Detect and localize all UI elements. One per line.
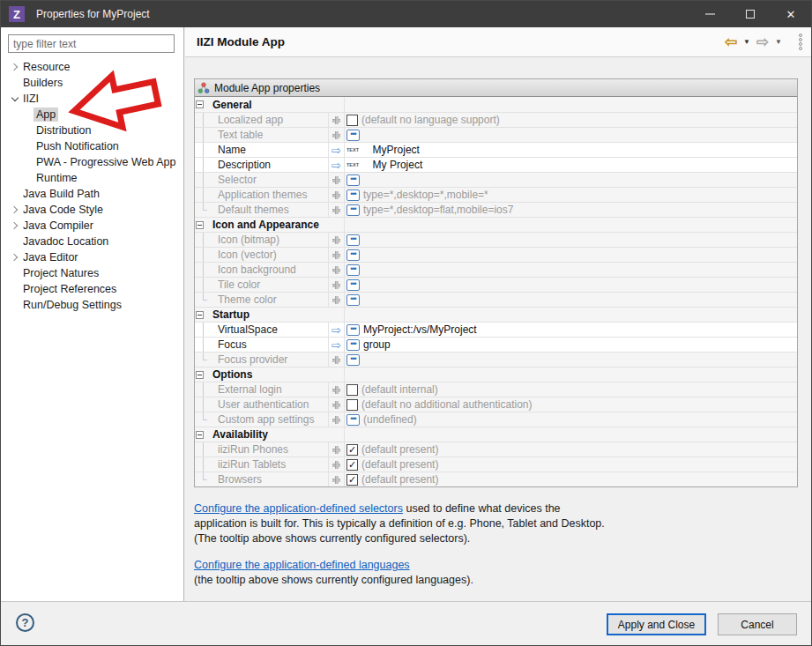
add-value-plus-icon[interactable] bbox=[332, 176, 340, 184]
ellipsis-button[interactable]: ••• bbox=[346, 414, 360, 426]
property-value[interactable]: My Project bbox=[373, 159, 423, 171]
maximize-button[interactable] bbox=[730, 1, 771, 27]
property-row-localized-app[interactable]: Localized app(default no language suppor… bbox=[195, 112, 797, 127]
view-menu-icon[interactable] bbox=[799, 33, 802, 50]
minimize-button[interactable] bbox=[689, 1, 730, 27]
value-checkbox[interactable] bbox=[346, 384, 358, 396]
set-value-arrow-icon[interactable]: ⇨ bbox=[332, 160, 341, 171]
add-value-plus-icon[interactable] bbox=[332, 251, 340, 259]
property-row-application-themes[interactable]: Application themes•••type=*,desktop=*,mo… bbox=[195, 187, 797, 202]
section-row-icon-and-appearance[interactable]: Icon and Appearance bbox=[195, 217, 797, 232]
property-row-external-login[interactable]: External login(default internal) bbox=[195, 382, 797, 397]
chevron-down-icon[interactable] bbox=[11, 94, 19, 101]
set-value-arrow-icon[interactable]: ⇨ bbox=[332, 324, 341, 336]
collapse-minus-icon[interactable] bbox=[196, 431, 204, 439]
sidebar-item-app[interactable]: App bbox=[1, 107, 183, 123]
property-row-icon-background[interactable]: Icon background••• bbox=[195, 262, 797, 277]
value-checkbox[interactable] bbox=[346, 399, 358, 411]
section-row-options[interactable]: Options bbox=[195, 367, 797, 382]
add-value-plus-icon[interactable] bbox=[332, 236, 340, 244]
section-row-startup[interactable]: Startup bbox=[195, 307, 797, 322]
property-row-browsers[interactable]: Browsers✓(default present) bbox=[195, 472, 797, 486]
property-row-icon-bitmap[interactable]: Icon (bitmap)••• bbox=[195, 232, 797, 247]
forward-arrow-icon[interactable]: ⇨ bbox=[756, 34, 769, 49]
back-dropdown-icon[interactable]: ▼ bbox=[743, 39, 750, 46]
add-value-plus-icon[interactable] bbox=[332, 461, 340, 469]
help-button[interactable]: ? bbox=[16, 613, 34, 632]
collapse-minus-icon[interactable] bbox=[196, 371, 204, 379]
property-row-description[interactable]: Description⇨TEXTMy Project bbox=[195, 157, 797, 172]
property-row-selector[interactable]: Selector••• bbox=[195, 172, 797, 187]
property-row-tile-color[interactable]: Tile color••• bbox=[195, 277, 797, 292]
add-value-plus-icon[interactable] bbox=[332, 446, 340, 454]
sidebar-item-iizi[interactable]: IIZI bbox=[1, 91, 183, 107]
apply-and-close-button[interactable]: Apply and Close bbox=[607, 613, 706, 635]
ellipsis-button[interactable]: ••• bbox=[346, 204, 360, 216]
chevron-right-icon[interactable] bbox=[11, 206, 18, 213]
property-value[interactable]: MyProject:/vs/MyProject bbox=[363, 323, 477, 336]
property-row-custom-app-settings[interactable]: Custom app settings•••(undefined) bbox=[195, 412, 797, 427]
sidebar-item-java-code-style[interactable]: Java Code Style bbox=[1, 202, 183, 218]
add-value-plus-icon[interactable] bbox=[332, 131, 340, 139]
sidebar-item-run-debug-settings[interactable]: Run/Debug Settings bbox=[1, 297, 183, 313]
property-row-user-authentication[interactable]: User authentication(default no additiona… bbox=[195, 397, 797, 412]
sidebar-item-push-notification[interactable]: Push Notification bbox=[1, 138, 183, 154]
sidebar-item-project-natures[interactable]: Project Natures bbox=[1, 265, 183, 281]
sidebar-item-java-editor[interactable]: Java Editor bbox=[1, 249, 183, 265]
ellipsis-button[interactable]: ••• bbox=[346, 324, 360, 336]
add-value-plus-icon[interactable] bbox=[332, 191, 340, 199]
property-row-text-table[interactable]: Text table••• bbox=[195, 127, 797, 142]
value-checkbox[interactable]: ✓ bbox=[346, 459, 358, 471]
sidebar-item-pwa-progressive-web-app[interactable]: PWA - Progressive Web App bbox=[1, 154, 183, 170]
property-row-theme-color[interactable]: Theme color••• bbox=[195, 292, 797, 307]
property-value[interactable]: MyProject bbox=[373, 144, 420, 156]
sidebar-item-project-references[interactable]: Project References bbox=[1, 281, 183, 297]
collapse-minus-icon[interactable] bbox=[196, 100, 204, 108]
chevron-right-icon[interactable] bbox=[11, 63, 18, 71]
add-value-plus-icon[interactable] bbox=[332, 206, 340, 214]
add-value-plus-icon[interactable] bbox=[332, 401, 340, 409]
ellipsis-button[interactable]: ••• bbox=[346, 339, 360, 351]
ellipsis-button[interactable]: ••• bbox=[346, 264, 360, 276]
configure-link[interactable]: Configure the application-defined langua… bbox=[194, 559, 410, 571]
add-value-plus-icon[interactable] bbox=[332, 116, 340, 124]
set-value-arrow-icon[interactable]: ⇨ bbox=[332, 339, 341, 351]
add-value-plus-icon[interactable] bbox=[332, 386, 340, 394]
forward-dropdown-icon[interactable]: ▼ bbox=[775, 39, 782, 46]
value-checkbox[interactable]: ✓ bbox=[346, 444, 358, 456]
chevron-right-icon[interactable] bbox=[11, 222, 18, 229]
set-value-arrow-icon[interactable]: ⇨ bbox=[332, 145, 341, 156]
property-row-focus-provider[interactable]: Focus provider••• bbox=[195, 352, 797, 367]
sidebar-item-builders[interactable]: Builders bbox=[1, 75, 183, 91]
property-row-iizirun-phones[interactable]: iiziRun Phones✓(default present) bbox=[195, 442, 797, 457]
sidebar-item-javadoc-location[interactable]: Javadoc Location bbox=[1, 234, 183, 249]
ellipsis-button[interactable]: ••• bbox=[346, 354, 360, 366]
configure-link[interactable]: Configure the application-defined select… bbox=[194, 502, 403, 515]
value-checkbox[interactable]: ✓ bbox=[346, 474, 358, 486]
chevron-right-icon[interactable] bbox=[11, 254, 18, 261]
collapse-minus-icon[interactable] bbox=[196, 311, 204, 319]
sidebar-item-java-compiler[interactable]: Java Compiler bbox=[1, 218, 183, 234]
ellipsis-button[interactable]: ••• bbox=[346, 130, 360, 141]
property-row-virtualspace[interactable]: VirtualSpace⇨•••MyProject:/vs/MyProject bbox=[195, 322, 797, 337]
ellipsis-button[interactable]: ••• bbox=[346, 174, 360, 186]
add-value-plus-icon[interactable] bbox=[332, 476, 340, 484]
add-value-plus-icon[interactable] bbox=[332, 416, 340, 424]
property-row-iizirun-tablets[interactable]: iiziRun Tablets✓(default present) bbox=[195, 457, 797, 472]
property-row-name[interactable]: Name⇨TEXTMyProject bbox=[195, 142, 797, 157]
sidebar-item-runtime[interactable]: Runtime bbox=[1, 170, 183, 186]
ellipsis-button[interactable]: ••• bbox=[346, 249, 360, 261]
ellipsis-button[interactable]: ••• bbox=[346, 234, 360, 246]
value-checkbox[interactable] bbox=[346, 115, 358, 126]
ellipsis-button[interactable]: ••• bbox=[346, 279, 360, 291]
section-row-general[interactable]: General bbox=[195, 97, 797, 112]
collapse-minus-icon[interactable] bbox=[196, 221, 204, 229]
back-arrow-icon[interactable]: ⇦ bbox=[725, 34, 737, 49]
ellipsis-button[interactable]: ••• bbox=[346, 294, 360, 306]
add-value-plus-icon[interactable] bbox=[332, 266, 340, 274]
property-row-default-themes[interactable]: Default themes•••type=*,desktop=flat,mob… bbox=[195, 202, 797, 217]
filter-input[interactable] bbox=[8, 34, 175, 53]
add-value-plus-icon[interactable] bbox=[332, 296, 340, 304]
sidebar-item-distribution[interactable]: Distribution bbox=[1, 123, 183, 138]
cancel-button[interactable]: Cancel bbox=[718, 613, 797, 635]
